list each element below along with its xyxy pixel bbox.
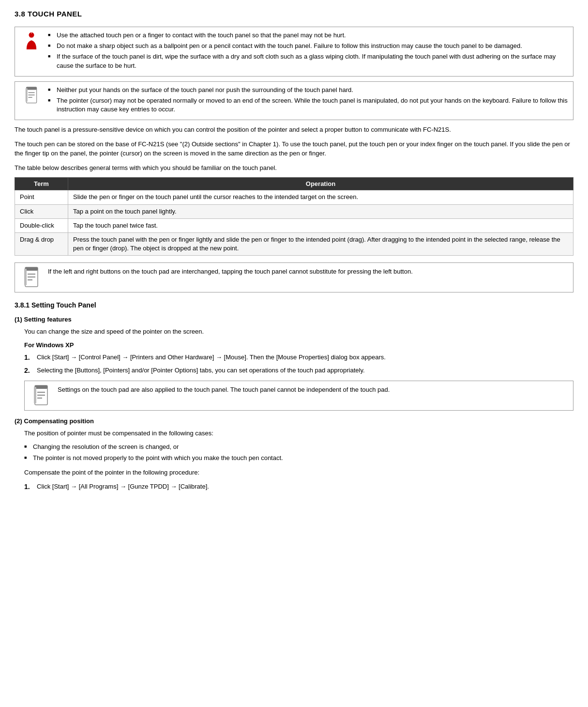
list-item: Use the attached touch pen or a finger t… bbox=[48, 31, 568, 40]
list-item: 1.Click [Start] → [Control Panel] → [Pri… bbox=[24, 353, 573, 363]
caution-box-1-content: Neither put your hands on the surface of… bbox=[48, 86, 568, 116]
compensating-text-2: Compensate the point of the pointer in t… bbox=[24, 468, 573, 477]
svg-rect-28 bbox=[37, 395, 45, 396]
svg-rect-22 bbox=[28, 277, 35, 277]
svg-rect-26 bbox=[34, 387, 36, 403]
compensating-text-1: The position of pointer must be compensa… bbox=[24, 429, 573, 438]
intro-text-3: The table below describes general terms … bbox=[15, 163, 573, 173]
table-row: Double-clickTap the touch panel twice fa… bbox=[15, 218, 573, 232]
list-item: Changing the resolution of the screen is… bbox=[24, 443, 573, 451]
list-item: The pointer is not moved properly to the… bbox=[24, 454, 573, 462]
caution-box-1: Neither put your hands on the surface of… bbox=[15, 81, 573, 121]
svg-rect-15 bbox=[28, 92, 34, 93]
warning-box-1-list: Use the attached touch pen or a finger t… bbox=[48, 31, 568, 70]
info-icon-2 bbox=[30, 385, 53, 406]
table-body: PointSlide the pen or finger on the touc… bbox=[15, 190, 573, 256]
compensating-bullets: Changing the resolution of the screen is… bbox=[24, 443, 573, 462]
table-header-operation: Operation bbox=[68, 178, 573, 190]
svg-rect-29 bbox=[37, 398, 42, 399]
list-item: Neither put your hands on the surface of… bbox=[48, 86, 568, 94]
setting-features-steps: 1.Click [Start] → [Control Panel] → [Pri… bbox=[24, 353, 573, 376]
table-cell-operation: Press the touch panel with the pen or fi… bbox=[68, 232, 573, 255]
svg-text:!: ! bbox=[31, 32, 32, 34]
caution-icon-1 bbox=[20, 86, 43, 104]
svg-rect-19 bbox=[25, 267, 38, 271]
info-box-1-content: If the left and right buttons on the tou… bbox=[48, 267, 568, 277]
warning-icon-1: ! bbox=[20, 31, 43, 49]
svg-rect-14 bbox=[26, 88, 28, 102]
table-cell-operation: Slide the pen or finger on the touch pan… bbox=[68, 190, 573, 204]
for-windows-label: For Windows XP bbox=[24, 341, 573, 349]
svg-rect-27 bbox=[37, 392, 45, 393]
table-header-term: Term bbox=[15, 178, 68, 190]
table-cell-term: Double-click bbox=[15, 218, 68, 232]
subsection-title: 3.8.1 Setting Touch Panel bbox=[15, 301, 573, 309]
step-number: 1. bbox=[24, 482, 35, 492]
step-number: 2. bbox=[24, 366, 35, 376]
table-cell-operation: Tap the touch panel twice fast. bbox=[68, 218, 573, 232]
subsubsection-2-title: (2) Compensating position bbox=[15, 417, 573, 425]
svg-rect-21 bbox=[28, 274, 35, 275]
list-item: Do not make a sharp object such as a bal… bbox=[48, 42, 568, 50]
table-row: Drag & dropPress the touch panel with th… bbox=[15, 232, 573, 255]
compensating-steps: 1.Click [Start] → [All Programs] → [Gunz… bbox=[24, 482, 573, 492]
table-row: PointSlide the pen or finger on the touc… bbox=[15, 190, 573, 204]
section-title: 3.8 TOUCH PANEL bbox=[15, 10, 573, 18]
intro-text-1: The touch panel is a pressure-sensitive … bbox=[15, 125, 573, 135]
table-cell-term: Drag & drop bbox=[15, 232, 68, 255]
table-cell-term: Click bbox=[15, 204, 68, 218]
warning-box-1: ! Use the attached touch pen or a finger… bbox=[15, 27, 573, 77]
caution-box-1-list: Neither put your hands on the surface of… bbox=[48, 86, 568, 114]
svg-rect-25 bbox=[35, 385, 47, 389]
list-item: If the surface of the touch panel is dir… bbox=[48, 52, 568, 70]
step-content: Click [Start] → [Control Panel] → [Print… bbox=[35, 353, 573, 363]
warning-box-1-content: Use the attached touch pen or a finger t… bbox=[48, 31, 568, 72]
list-item: The pointer (cursor) may not be operated… bbox=[48, 96, 568, 114]
intro-text-2: The touch pen can be stored on the base … bbox=[15, 139, 573, 158]
svg-rect-16 bbox=[28, 94, 34, 95]
svg-rect-13 bbox=[26, 87, 36, 90]
info-box-2-content: Settings on the touch pad are also appli… bbox=[58, 385, 568, 395]
subsubsection-1-title: (1) Setting features bbox=[15, 316, 573, 323]
info-box-2: Settings on the touch pad are also appli… bbox=[24, 381, 573, 411]
list-item: 1.Click [Start] → [All Programs] → [Gunz… bbox=[24, 482, 573, 492]
list-item: 2.Selecting the [Buttons], [Pointers] an… bbox=[24, 366, 573, 376]
term-table: Term Operation PointSlide the pen or fin… bbox=[15, 177, 573, 256]
step-content: Click [Start] → [All Programs] → [Gunze … bbox=[35, 482, 573, 492]
table-cell-operation: Tap a point on the touch panel lightly. bbox=[68, 204, 573, 218]
table-row: ClickTap a point on the touch panel ligh… bbox=[15, 204, 573, 218]
info-icon-1 bbox=[20, 267, 43, 288]
info-box-1: If the left and right buttons on the tou… bbox=[15, 262, 573, 292]
table-cell-term: Point bbox=[15, 190, 68, 204]
svg-rect-17 bbox=[28, 97, 32, 98]
svg-rect-23 bbox=[28, 279, 32, 280]
setting-features-text: You can change the size and speed of the… bbox=[24, 327, 573, 337]
svg-rect-20 bbox=[24, 269, 27, 285]
step-content: Selecting the [Buttons], [Pointers] and/… bbox=[35, 366, 573, 376]
step-number: 1. bbox=[24, 353, 35, 363]
